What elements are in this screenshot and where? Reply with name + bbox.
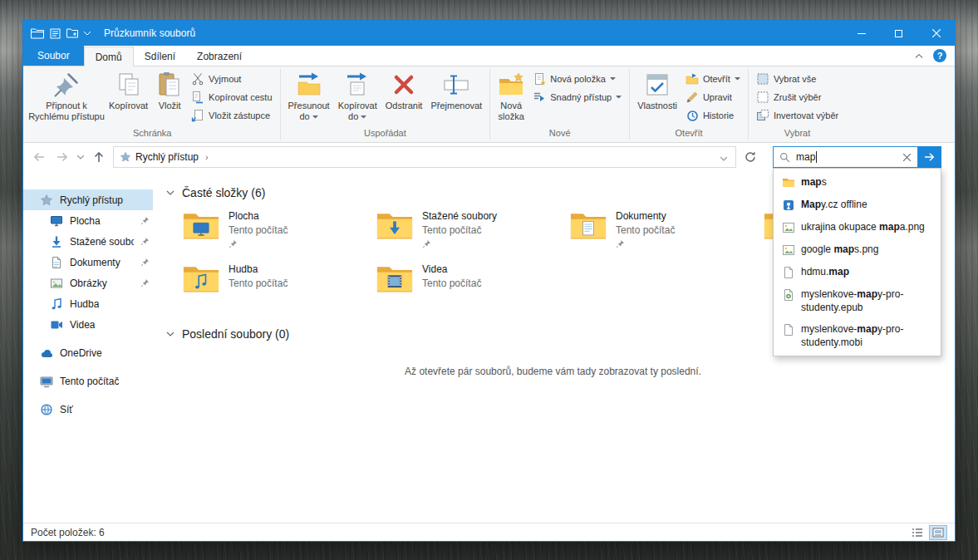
folder-tile-stazene-soubory[interactable]: Stažené soubory Tento počítač — [371, 206, 565, 254]
easy-access-button[interactable]: Snadný přístup — [528, 88, 626, 106]
sidebar-item-plocha[interactable]: Plocha — [23, 210, 153, 231]
folder-tile-plocha[interactable]: Plocha Tento počítač — [178, 206, 371, 254]
search-go-button[interactable] — [918, 146, 941, 168]
scissors-icon — [191, 72, 204, 86]
delete-button[interactable]: Odstranit — [381, 69, 427, 128]
dropdown-chevron-icon — [610, 77, 616, 81]
folder-tile-videa[interactable]: Videa Tento počítač — [371, 259, 565, 307]
edit-button[interactable]: Upravit — [681, 88, 745, 106]
titlebar[interactable]: Průzkumník souborů — [23, 21, 955, 46]
music-folder-icon — [183, 263, 219, 294]
invert-selection-button[interactable]: Invertovat výběr — [752, 106, 843, 125]
open-button[interactable]: Otevřít — [681, 70, 745, 88]
go-arrow-icon — [924, 152, 936, 162]
search-suggestion[interactable]: maps — [774, 171, 941, 194]
search-suggestion[interactable]: Mapy.cz offline — [774, 194, 941, 216]
refresh-button[interactable] — [740, 146, 761, 168]
search-suggestion[interactable]: hdmu.map — [774, 261, 941, 283]
close-button[interactable] — [917, 21, 955, 46]
recent-locations-button[interactable] — [75, 146, 86, 168]
forward-button[interactable] — [52, 146, 73, 168]
search-suggestion[interactable]: myslenkove-mapy-pro-studenty.epub — [774, 283, 941, 318]
search-suggestion[interactable]: google maps.png — [774, 238, 941, 261]
search-suggestion[interactable]: myslenkove-mapy-pro-studenty.mobi — [774, 318, 941, 353]
up-arrow-icon — [92, 150, 106, 164]
paste-shortcut-button[interactable]: Vložit zástupce — [187, 106, 276, 125]
clear-search-button[interactable] — [899, 154, 914, 161]
pin-to-quick-access-button[interactable]: Připnout k Rychlému přístupu — [28, 69, 105, 128]
new-item-button[interactable]: Nová položka — [528, 70, 626, 88]
button-label: do — [348, 111, 358, 122]
select-all-button[interactable]: Vybrat vše — [752, 70, 843, 88]
tab-share[interactable]: Sdílení — [134, 47, 186, 66]
easy-access-icon — [533, 91, 546, 104]
select-all-icon — [756, 72, 769, 86]
pin-icon — [140, 258, 150, 267]
breadcrumb[interactable]: Rychlý přístup › — [113, 146, 736, 168]
breadcrumb-separator[interactable]: › — [203, 152, 211, 162]
tab-view[interactable]: Zobrazení — [186, 47, 253, 66]
sidebar-item-obrazky[interactable]: Obrázky — [23, 273, 153, 293]
breadcrumb-dropdown-chevron[interactable] — [715, 150, 732, 165]
qat-new-folder-button[interactable] — [66, 28, 78, 38]
chevron-down-icon — [166, 332, 174, 336]
button-label: Kopírovat cestu — [209, 92, 272, 102]
pin-icon — [616, 239, 625, 248]
tab-file[interactable]: Soubor — [23, 46, 84, 66]
folder-icon — [782, 176, 795, 189]
sidebar-item-videa[interactable]: Videa — [23, 314, 153, 335]
copy-button[interactable]: Kopírovat — [105, 69, 152, 128]
copy-to-button[interactable]: Kopírovat do — [334, 69, 381, 128]
copy-path-button[interactable]: Kopírovat cestu — [187, 88, 276, 106]
videos-folder-icon — [376, 263, 413, 294]
invert-selection-icon — [756, 109, 769, 122]
sidebar-item-onedrive[interactable]: OneDrive — [23, 342, 153, 363]
search-input[interactable]: map — [773, 146, 918, 168]
ribbon-collapse-chevron-icon[interactable] — [915, 53, 923, 58]
quick-access-star-icon — [40, 194, 53, 207]
ribbon-group-organize: Přesunout do Kopírovat do Odstranit Přej… — [281, 66, 490, 142]
sidebar-item-tento-pocitac[interactable]: Tento počítač — [23, 371, 153, 391]
breadcrumb-item[interactable]: Rychlý přístup — [131, 151, 203, 163]
up-button[interactable] — [88, 146, 110, 168]
back-button[interactable] — [28, 146, 50, 168]
search-suggestion[interactable]: ukrajina okupace mapa.png — [774, 216, 941, 238]
tab-home[interactable]: Domů — [84, 47, 134, 66]
tile-location: Tento počítač — [422, 224, 497, 236]
sidebar-item-sit[interactable]: Síť — [23, 399, 153, 420]
qat-properties-button[interactable] — [50, 28, 61, 39]
window-controls — [843, 21, 955, 46]
move-to-button[interactable]: Přesunout do — [284, 69, 334, 128]
pin-icon — [53, 71, 80, 98]
rename-button[interactable]: Přejmenovat — [426, 69, 486, 128]
large-icons-view-icon — [932, 528, 944, 538]
window-title: Průzkumník souborů — [104, 27, 843, 39]
history-button[interactable]: Historie — [681, 106, 745, 125]
cut-button[interactable]: Vyjmout — [187, 70, 276, 88]
paste-button[interactable]: Vložit — [152, 69, 187, 128]
ribbon: Připnout k Rychlému přístupu Kopírovat V… — [23, 66, 955, 143]
minimize-button[interactable] — [843, 21, 880, 46]
sidebar-item-dokumenty[interactable]: Dokumenty — [23, 252, 153, 273]
sidebar-item-quick-access[interactable]: Rychlý přístup — [23, 189, 153, 210]
pin-icon — [229, 239, 238, 248]
details-view-button[interactable] — [908, 525, 926, 540]
ribbon-group-open: Vlastnosti Otevřít Upravit Historie — [630, 66, 748, 142]
qat-customize-chevron-icon[interactable] — [84, 32, 91, 36]
folder-tile-hudba[interactable]: Hudba Tento počítač — [178, 259, 371, 307]
help-button[interactable]: ? — [933, 49, 946, 62]
refresh-icon — [744, 150, 757, 164]
pin-icon — [422, 239, 431, 248]
maximize-button[interactable] — [880, 21, 917, 46]
image-file-icon — [782, 243, 795, 257]
new-folder-button[interactable]: Nová složka — [494, 69, 528, 128]
folder-tile-dokumenty[interactable]: Dokumenty Tento počítač — [565, 206, 759, 254]
properties-button[interactable]: Vlastnosti — [633, 69, 681, 128]
tile-location: Tento počítač — [422, 278, 481, 289]
tile-name: Dokumenty — [616, 210, 675, 222]
large-icons-view-button[interactable] — [929, 525, 947, 540]
sidebar-item-stazene-soubory[interactable]: Stažené soubory — [23, 231, 153, 252]
sidebar-item-hudba[interactable]: Hudba — [23, 293, 153, 314]
select-none-button[interactable]: Zrušit výběr — [752, 88, 843, 106]
copy-path-icon — [191, 91, 204, 104]
